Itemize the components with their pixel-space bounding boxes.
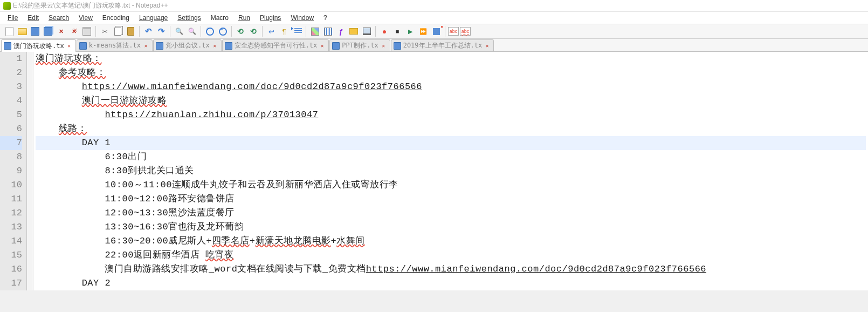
line-number: 11 (0, 192, 22, 206)
menu-bar: File Edit Search View Encoding Language … (0, 12, 868, 24)
menu-plugins[interactable]: Plugins (256, 13, 285, 23)
zoom-in-icon[interactable] (204, 25, 216, 37)
close-all-icon[interactable] (68, 25, 80, 37)
code-area[interactable]: 澳门游玩攻略： 参考攻略： https://www.mianfeiwendang… (33, 52, 868, 290)
toolbar-separator (445, 26, 445, 37)
menu-edit[interactable]: Edit (23, 13, 43, 23)
undo-icon[interactable] (142, 25, 154, 37)
app-icon (3, 2, 11, 10)
macro-stop-icon[interactable] (391, 25, 403, 37)
menu-encoding[interactable]: Encoding (98, 13, 134, 23)
copy-icon[interactable] (112, 25, 123, 37)
sync-horiz-icon[interactable] (247, 25, 259, 37)
toolbar-separator (170, 26, 170, 37)
menu-view[interactable]: View (74, 13, 97, 23)
code-line[interactable]: 8:30到拱北关口通关 (36, 164, 866, 178)
find-icon[interactable] (173, 25, 185, 37)
monitoring-icon[interactable] (361, 25, 373, 37)
menu-language[interactable]: Language (135, 13, 172, 23)
word-wrap-icon[interactable] (265, 25, 277, 37)
close-icon[interactable] (55, 25, 67, 37)
user-lang-icon[interactable] (309, 25, 321, 37)
code-line[interactable]: 6:30出门 (36, 150, 866, 164)
zoom-out-icon[interactable] (217, 25, 229, 37)
line-number: 14 (0, 234, 22, 248)
tab-label: 安全态势感知平台可行性.tx (235, 41, 318, 50)
toolbar-separator (375, 26, 376, 37)
line-number: 3 (0, 80, 22, 94)
tab-close-icon[interactable]: ✕ (319, 43, 325, 49)
function-list-icon[interactable] (335, 25, 347, 37)
line-number: 1 (0, 52, 22, 66)
document-tab[interactable]: 2019年上半年工作总结.tx✕ (391, 39, 494, 51)
spellcheck-next-icon[interactable] (460, 27, 471, 36)
menu-window[interactable]: Window (286, 13, 318, 23)
macro-play-icon[interactable] (404, 25, 416, 37)
sync-vert-icon[interactable] (235, 25, 246, 37)
menu-help[interactable]: ? (319, 13, 332, 23)
document-tab[interactable]: 澳门游玩攻略.tx✕ (1, 39, 76, 52)
code-line[interactable]: 22:00返回新丽华酒店 吃宵夜 (36, 248, 866, 262)
line-number: 17 (0, 276, 22, 290)
tab-label: k-means算法.tx (89, 41, 141, 50)
line-number: 16 (0, 262, 22, 276)
document-tab[interactable]: 安全态势感知平台可行性.tx✕ (222, 39, 329, 51)
code-line[interactable]: 线路： (36, 122, 866, 136)
toolbar-separator (201, 26, 201, 37)
document-tab[interactable]: PPT制作.tx✕ (329, 39, 390, 51)
code-line[interactable]: DAY 2 (36, 276, 866, 290)
new-icon[interactable] (3, 25, 15, 37)
code-line[interactable]: 10:00～11:00连顺成牛丸饺子和云吞及到新丽华酒店入住或寄放行李 (36, 178, 866, 192)
toolbar (0, 24, 868, 39)
redo-icon[interactable] (155, 25, 167, 37)
show-invisible-icon[interactable] (278, 25, 290, 37)
print-icon[interactable] (81, 25, 93, 37)
menu-file[interactable]: File (3, 13, 22, 23)
tab-close-icon[interactable]: ✕ (212, 43, 218, 49)
paste-icon[interactable] (125, 25, 136, 37)
macro-record-icon[interactable] (378, 25, 390, 37)
macro-save-icon[interactable] (430, 25, 442, 37)
line-number: 2 (0, 66, 22, 80)
code-line[interactable]: 参考攻略： (36, 66, 866, 80)
open-icon[interactable] (16, 25, 28, 37)
code-line[interactable]: https://zhuanlan.zhihu.com/p/37013047 (36, 108, 866, 122)
tab-close-icon[interactable]: ✕ (484, 43, 490, 49)
code-line[interactable]: 澳门自助游路线安排攻略_word文档在线阅读与下载_免费文档https://ww… (36, 262, 866, 276)
code-line[interactable]: 澳门一日游旅游攻略 (36, 94, 866, 108)
editor[interactable]: 1234567891011121314151617 澳门游玩攻略： 参考攻略： … (0, 52, 868, 290)
file-icon (225, 42, 232, 50)
document-tab[interactable]: 党小组会议.tx✕ (153, 39, 222, 51)
menu-run[interactable]: Run (234, 13, 254, 23)
file-icon (79, 42, 87, 50)
folder-workspace-icon[interactable] (348, 25, 360, 37)
menu-settings[interactable]: Settings (173, 13, 205, 23)
tab-close-icon[interactable]: ✕ (66, 43, 72, 49)
file-icon (156, 42, 163, 50)
save-icon[interactable] (29, 25, 41, 37)
indent-guide-icon[interactable] (291, 25, 303, 37)
doc-map-icon[interactable] (322, 25, 334, 37)
code-line[interactable]: 12:00~13:30黑沙法蓝度餐厅 (36, 206, 866, 220)
macro-play-multi-icon[interactable] (417, 25, 429, 37)
code-line[interactable]: DAY 1 (36, 136, 866, 150)
code-line[interactable]: 13:30~16:30官也街及龙环葡韵 (36, 220, 866, 234)
tab-close-icon[interactable]: ✕ (381, 43, 387, 49)
spellcheck-icon[interactable] (448, 27, 459, 36)
code-line[interactable]: 16:30~20:00威尼斯人+四季名店+新濠天地龙腾电影+水舞间 (36, 234, 866, 248)
fold-margin[interactable] (27, 52, 33, 290)
menu-macro[interactable]: Macro (206, 13, 233, 23)
document-tab[interactable]: k-means算法.tx✕ (77, 39, 153, 51)
cut-icon[interactable] (99, 25, 111, 37)
save-all-icon[interactable] (42, 25, 54, 37)
line-number: 8 (0, 150, 22, 164)
menu-search[interactable]: Search (44, 13, 73, 23)
code-line[interactable]: 11:00~12:00路环安德鲁饼店 (36, 192, 866, 206)
window-title: E:\我的坚果云\文本笔记\澳门游玩攻略.txt - Notepad++ (13, 1, 168, 10)
line-number: 15 (0, 248, 22, 262)
code-line[interactable]: 澳门游玩攻略： (36, 52, 866, 66)
code-line[interactable]: https://www.mianfeiwendang.com/doc/9d0cd… (36, 80, 866, 94)
toolbar-separator (262, 26, 263, 37)
tab-close-icon[interactable]: ✕ (143, 43, 149, 49)
replace-icon[interactable] (186, 25, 198, 37)
